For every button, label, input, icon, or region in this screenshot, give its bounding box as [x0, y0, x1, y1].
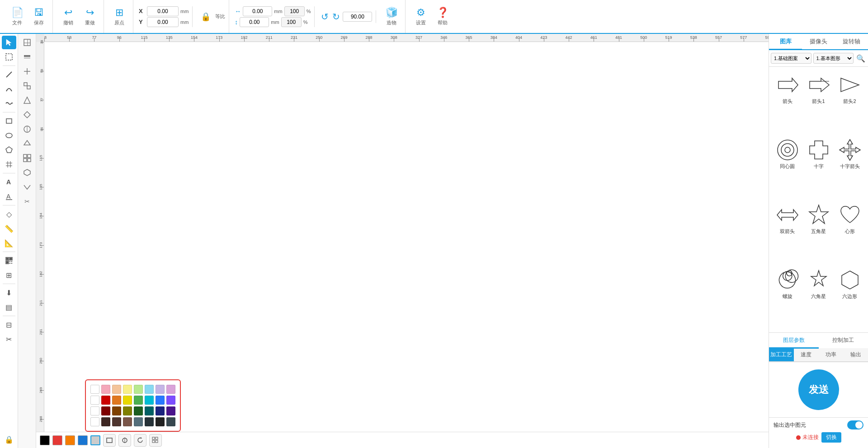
output-toggle[interactable] — [847, 420, 863, 429]
cp-r3c2[interactable] — [123, 417, 132, 426]
shape-star6[interactable]: 六角星 — [804, 266, 833, 302]
polygon-tool[interactable] — [2, 143, 16, 157]
rotate-tool-bottom[interactable] — [134, 434, 146, 447]
shape-heart[interactable]: 心形 — [835, 201, 864, 237]
cp-r2c4[interactable] — [145, 406, 154, 415]
cp-r0c4[interactable] — [145, 385, 154, 394]
cp-r1c1[interactable] — [112, 396, 121, 405]
cp-r0c1[interactable] — [112, 385, 121, 394]
save-button[interactable]: 🖫 保存 — [29, 3, 49, 30]
cp-empty[interactable] — [90, 385, 99, 394]
rect-tool[interactable] — [2, 114, 16, 128]
sub-tool-7[interactable] — [20, 122, 34, 136]
shape-filter-2[interactable]: 1.基本图形 — [813, 53, 854, 64]
sub-tool-10[interactable] — [20, 166, 34, 179]
cp-r3c6[interactable] — [166, 417, 175, 426]
sub-tool-1[interactable] — [20, 36, 34, 49]
text-tool[interactable]: A — [2, 175, 16, 189]
switch-button[interactable]: 切换 — [821, 432, 841, 443]
cp-r2c5[interactable] — [156, 406, 165, 415]
subtab-output[interactable]: 输出 — [843, 348, 868, 361]
color-blue[interactable] — [78, 435, 88, 445]
sub-tool-8[interactable] — [20, 137, 34, 150]
eraser-tool[interactable]: ◇ — [2, 207, 16, 221]
cp-r0c6[interactable] — [166, 385, 175, 394]
cp-r1c3[interactable] — [134, 396, 143, 405]
cp-r2c1[interactable] — [112, 406, 121, 415]
cp-r3c0[interactable] — [101, 417, 110, 426]
tab-library[interactable]: 图库 — [769, 34, 802, 50]
qr-code-tool[interactable] — [2, 254, 16, 267]
sub-tool-2[interactable] — [20, 50, 34, 64]
y-input[interactable] — [147, 17, 179, 27]
rect-select-tool[interactable] — [2, 50, 16, 64]
cp-r1c6[interactable] — [166, 396, 175, 405]
shape-search-button[interactable]: 🔍 — [855, 53, 866, 64]
sub-tool-3[interactable] — [20, 65, 34, 78]
color-black[interactable] — [40, 435, 50, 445]
tab-control-process[interactable]: 控制加工 — [819, 333, 868, 349]
width-pct-input[interactable] — [284, 6, 305, 16]
align-tool-bottom[interactable] — [118, 434, 131, 447]
lock-tool[interactable]: 🔒 — [2, 433, 16, 446]
subtab-process[interactable]: 加工工艺 — [769, 348, 794, 361]
cp-r0c0[interactable] — [101, 385, 110, 394]
shape-cross[interactable]: 十字 — [804, 135, 833, 172]
sub-tool-5[interactable] — [20, 93, 34, 107]
line-tool[interactable] — [2, 68, 16, 81]
width-input[interactable] — [243, 6, 272, 16]
sub-tool-9[interactable] — [20, 151, 34, 165]
rotate-input[interactable] — [343, 12, 372, 22]
cp-r3c3[interactable] — [134, 417, 143, 426]
cp-r1c2[interactable] — [123, 396, 132, 405]
grid-tool-bottom[interactable] — [149, 434, 162, 447]
shape-arrow2[interactable]: 箭头2 — [835, 70, 864, 107]
wave-tool[interactable] — [2, 97, 16, 110]
color-orange[interactable] — [65, 435, 75, 445]
color-selected[interactable] — [90, 435, 100, 445]
origin-button[interactable]: ⊞ 原点 — [109, 3, 129, 30]
rotate-ccw-button[interactable]: ↺ — [320, 10, 330, 23]
height-pct-input[interactable] — [281, 17, 302, 27]
file-button[interactable]: 📄 文件 — [7, 3, 27, 30]
canvas-content[interactable] — [44, 42, 769, 432]
sub-tool-12[interactable]: ✂ — [20, 195, 34, 208]
measure-tool[interactable]: 📐 — [2, 236, 16, 250]
text2-tool[interactable]: A — [2, 190, 16, 203]
grid2-tool[interactable]: ⊞ — [2, 268, 16, 282]
cp-r2c0[interactable] — [101, 406, 110, 415]
cp-r0c2[interactable] — [123, 385, 132, 394]
cp-r2c3[interactable] — [134, 406, 143, 415]
cp-r2c6[interactable] — [166, 406, 175, 415]
cp-r3c4[interactable] — [145, 417, 154, 426]
shape-cross-arrow[interactable]: 十字箭头 — [835, 135, 864, 172]
tab-layer-params[interactable]: 图层参数 — [769, 333, 819, 349]
cp-r0c5[interactable] — [156, 385, 165, 394]
x-input[interactable] — [147, 6, 179, 16]
shape-circle[interactable]: 同心圆 — [773, 135, 802, 172]
grid-tool[interactable] — [2, 158, 16, 171]
sub-tool-4[interactable] — [20, 79, 34, 93]
table-tool[interactable]: ⊟ — [2, 318, 16, 331]
ruler-tool[interactable]: 📏 — [2, 222, 16, 235]
cp-r3c5[interactable] — [156, 417, 165, 426]
settings-button[interactable]: ⚙ 设置 — [411, 3, 431, 30]
undo-button[interactable]: ↩ 撤销 — [58, 3, 78, 30]
tab-rotate[interactable]: 旋转轴 — [835, 34, 868, 50]
ellipse-tool[interactable] — [2, 129, 16, 142]
cp-empty-3[interactable] — [90, 417, 99, 426]
tab-camera[interactable]: 摄像头 — [802, 34, 835, 50]
shape-spiral[interactable]: 螺旋 — [773, 266, 802, 302]
import-tool[interactable]: ⬇ — [2, 286, 16, 299]
height-input[interactable] — [240, 17, 269, 27]
rect-tool-bottom[interactable] — [103, 434, 116, 447]
cp-empty-2[interactable] — [90, 406, 99, 415]
lock-icon[interactable]: 🔒 — [201, 12, 211, 22]
cp-r3c1[interactable] — [112, 417, 121, 426]
help-button[interactable]: ❓ 帮助 — [433, 3, 453, 30]
cp-empty-1[interactable] — [90, 396, 99, 405]
select-tool[interactable] — [2, 36, 16, 49]
redo-button[interactable]: ↪ 重做 — [80, 3, 100, 30]
shape-star5[interactable]: 五角星 — [804, 201, 833, 237]
stack-tool[interactable]: ▤ — [2, 300, 16, 314]
